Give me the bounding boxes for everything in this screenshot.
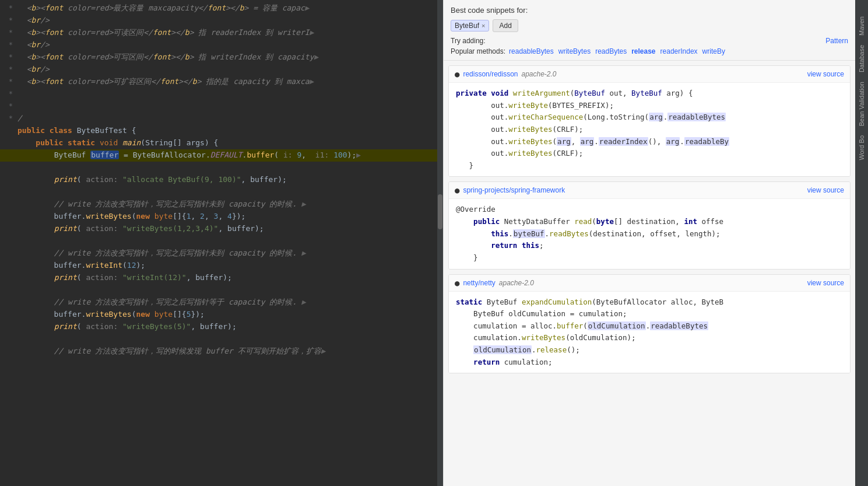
line-content: ByteBuf buffer = ByteBufAllocator.DEFAUL… <box>17 149 438 162</box>
line-content: <br/> <box>17 39 438 51</box>
table-row: * <b><font color=red>可写区间</font></b> 指 w… <box>0 51 443 64</box>
line-content: buffer.writeBytes(new byte[]{1, 2, 3, 4}… <box>17 211 438 223</box>
table-row: * <br/> <box>0 39 443 51</box>
line-number: * <box>0 89 17 100</box>
snippet-header-1: ● redisson/redisson apache-2.0 view sour… <box>449 66 850 83</box>
code-line: private void writeArgument(ByteBuf out, … <box>456 88 843 100</box>
snippet-card-1: ● redisson/redisson apache-2.0 view sour… <box>448 65 851 177</box>
code-lines: * <b><font color=red>最大容量 maxcapacity</f… <box>0 0 443 360</box>
view-source-link-3[interactable]: view source <box>807 279 844 287</box>
table-row: * <b><font color=red>可扩容区间</font></b> 指的… <box>0 76 443 88</box>
method-release[interactable]: release <box>631 47 655 55</box>
code-line: out.writeBytes(CRLF); <box>456 124 843 136</box>
line-number: * <box>0 64 17 75</box>
method-readerindex[interactable]: readerIndex <box>660 47 698 55</box>
line-content: / <box>17 113 438 125</box>
method-readablebytes[interactable]: readableBytes <box>509 47 554 55</box>
line-content: <b><font color=red>最大容量 maxcapacity</fon… <box>17 2 438 15</box>
code-line: public NettyDataBuffer read(byte[] desti… <box>456 216 843 228</box>
side-tab-word-bo[interactable]: Word Bo <box>856 131 867 165</box>
line-number: * <box>0 15 17 26</box>
code-line: cumulation.writeBytes(oldCumulation); <box>456 332 843 344</box>
table-row: * <br/> <box>0 15 443 27</box>
table-row: * <box>0 100 443 113</box>
table-row: * / <box>0 113 443 125</box>
side-tabs: Maven Database Bean Validation Word Bo <box>855 0 868 486</box>
line-content: buffer.writeInt(12); <box>17 260 438 272</box>
table-row: ByteBuf buffer = ByteBufAllocator.DEFAUL… <box>0 149 443 162</box>
table-row: public class ByteBufTest { <box>0 125 443 137</box>
table-row: buffer.writeBytes(new byte[]{1, 2, 3, 4}… <box>0 211 443 223</box>
view-source-link-2[interactable]: view source <box>807 186 844 194</box>
table-row: // write 方法改变写指针，写完之后写指针等于 capacity 的时候.… <box>0 296 443 309</box>
line-content: print( action: "writeBytes(5)", buffer); <box>17 321 438 333</box>
line-content: print( action: "allocate ByteBuf(9, 100)… <box>17 174 438 186</box>
snippet-code-1: private void writeArgument(ByteBuf out, … <box>449 83 850 176</box>
snippet-card-2: ● spring-projects/spring-framework view … <box>448 181 851 269</box>
scrollbar-thumb[interactable] <box>438 194 442 229</box>
snippet-header-2: ● spring-projects/spring-framework view … <box>449 182 850 199</box>
snippet-card-3: ● netty/netty apache-2.0 view source sta… <box>448 274 851 374</box>
popular-methods-row: Popular methods: readableBytes writeByte… <box>451 47 848 55</box>
table-row <box>0 333 443 345</box>
repo-name-1[interactable]: redisson/redisson <box>463 70 518 78</box>
try-adding-row: Try adding: Pattern <box>451 37 848 45</box>
github-icon-2: ● <box>455 186 459 195</box>
line-content: <b><font color=red>可读区间</font></b> 指 rea… <box>17 27 438 39</box>
method-writebytes[interactable]: writeBytes <box>558 47 591 55</box>
line-content: // write 方法改变写指针，写完之后写指针未到 capacity 的时候.… <box>17 198 438 211</box>
snippet-repo-1: ● redisson/redisson apache-2.0 <box>455 69 557 79</box>
side-tab-bean-validation[interactable]: Bean Validation <box>856 77 867 131</box>
add-button[interactable]: Add <box>493 19 518 32</box>
method-readbytes[interactable]: readBytes <box>595 47 627 55</box>
table-row: buffer.writeInt(12); <box>0 260 443 272</box>
code-editor: * <b><font color=red>最大容量 maxcapacity</f… <box>0 0 443 486</box>
code-line: return this; <box>456 240 843 252</box>
table-row: print( action: "writeBytes(1,2,3,4)", bu… <box>0 223 443 235</box>
github-icon-1: ● <box>455 69 459 79</box>
code-line: out.writeByte(BYTES_PREFIX); <box>456 100 843 112</box>
line-content: buffer.writeBytes(new byte[]{5}); <box>17 309 438 321</box>
table-row <box>0 235 443 247</box>
table-row: // write 方法改变写指针，写完之后写指针未到 capacity 的时候.… <box>0 247 443 260</box>
editor-scrollbar[interactable] <box>437 0 443 486</box>
table-row <box>0 284 443 296</box>
code-line: out.writeBytes(arg, arg.readerIndex(), a… <box>456 136 843 148</box>
method-writeby[interactable]: writeBy <box>702 47 725 55</box>
line-number: * <box>0 27 17 39</box>
pattern-link[interactable]: Pattern <box>825 37 848 45</box>
snippet-code-2: @Override public NettyDataBuffer read(by… <box>449 199 850 268</box>
line-number: * <box>0 3 17 14</box>
line-number: * <box>0 101 17 112</box>
popular-methods-label: Popular methods: <box>451 47 505 55</box>
code-line: } <box>456 252 843 264</box>
line-content: // write 方法改变写指针，写完之后写指针未到 capacity 的时候.… <box>17 247 438 260</box>
code-line: } <box>456 160 843 172</box>
code-line: ByteBuf oldCumulation = cumulation; <box>456 308 843 320</box>
view-source-link-1[interactable]: view source <box>807 70 844 78</box>
snippet-header-3: ● netty/netty apache-2.0 view source <box>449 275 850 292</box>
repo-name-2[interactable]: spring-projects/spring-framework <box>463 186 565 194</box>
code-line: out.writeBytes(CRLF); <box>456 148 843 160</box>
best-snippets-title: Best code snippets for: <box>451 6 848 15</box>
line-content: public static void main(String[] args) { <box>17 137 438 149</box>
table-row: * <box>0 88 443 100</box>
repo-license-1: apache-2.0 <box>522 70 557 78</box>
snippet-repo-3: ● netty/netty apache-2.0 <box>455 278 534 288</box>
line-content: public class ByteBufTest { <box>17 125 438 137</box>
bytebuf-tag[interactable]: ByteBuf × <box>451 20 489 32</box>
side-tab-maven[interactable]: Maven <box>856 12 867 40</box>
tag-label: ByteBuf <box>455 22 479 30</box>
line-content: // write 方法改变写指针，写完之后写指针等于 capacity 的时候.… <box>17 296 438 309</box>
line-number: * <box>0 76 17 88</box>
code-line: oldCumulation.release(); <box>456 344 843 356</box>
table-row: * <b><font color=red>可读区间</font></b> 指 r… <box>0 27 443 39</box>
side-tab-database[interactable]: Database <box>856 40 867 77</box>
tag-close-icon[interactable]: × <box>482 22 485 29</box>
line-number: * <box>0 113 17 124</box>
repo-name-3[interactable]: netty/netty <box>463 279 495 287</box>
table-row: public static void main(String[] args) { <box>0 137 443 149</box>
code-line: return cumulation; <box>456 356 843 369</box>
table-row: // write 方法改变写指针，写完之后写指针未到 capacity 的时候.… <box>0 198 443 211</box>
table-row: print( action: "allocate ByteBuf(9, 100)… <box>0 174 443 186</box>
